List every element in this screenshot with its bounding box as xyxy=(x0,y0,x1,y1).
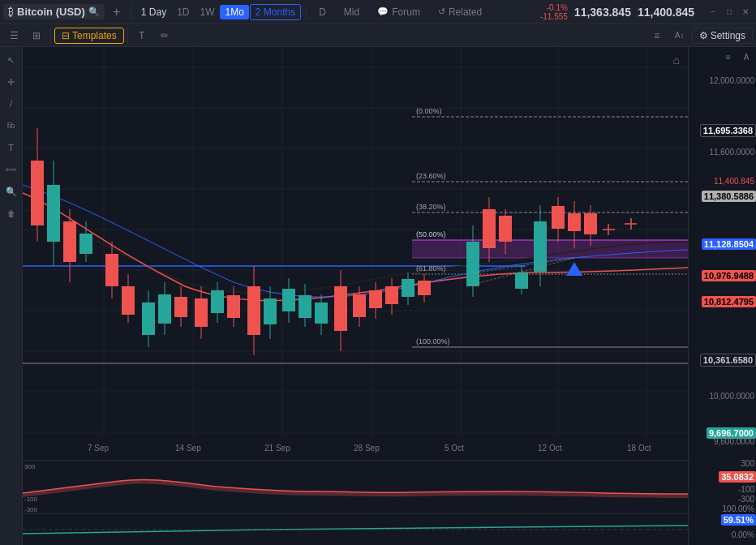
svg-text:14 Sep: 14 Sep xyxy=(175,444,201,453)
text-tool-button[interactable]: T xyxy=(131,26,152,45)
related-button[interactable]: ↺ Related xyxy=(431,4,489,20)
toolbar: ☰ ⊞ ⊟ Templates T ✏ ≡ A↕ ⚙ Settings xyxy=(0,24,756,47)
symbol-name: Bitcoin (USD) xyxy=(17,6,85,18)
svg-rect-77 xyxy=(483,209,496,248)
svg-rect-41 xyxy=(142,303,155,335)
text-size-button[interactable]: A↕ xyxy=(669,26,690,45)
price-change-pct: -0.1% xyxy=(547,3,568,12)
cursor-tool[interactable]: ↖ xyxy=(2,50,21,70)
svg-rect-43 xyxy=(158,294,171,324)
line-tool[interactable]: / xyxy=(2,94,21,114)
ind-minus100: -100 xyxy=(738,485,754,494)
left-sidebar: ↖ ✛ / fib T ⟺ 🔍 🗑 xyxy=(0,47,23,545)
price-11600: 11,600.0000 xyxy=(709,148,754,157)
top-bar: ₿ Bitcoin (USD) 🔍 + 1 Day 1D 1W 1Mo 2 Mo… xyxy=(0,0,756,24)
svg-rect-33 xyxy=(63,221,76,262)
ind-minus300: -300 xyxy=(738,495,754,504)
chart-svg: (0.00%) (23.60%) (38.20%) (50.00%) (61.8… xyxy=(23,47,688,545)
templates-button[interactable]: ⊟ Templates xyxy=(54,28,124,44)
svg-text:(23.60%): (23.60%) xyxy=(416,172,446,180)
svg-rect-89 xyxy=(584,213,597,234)
svg-rect-39 xyxy=(122,286,135,315)
svg-marker-27 xyxy=(566,262,582,276)
svg-rect-83 xyxy=(534,221,547,272)
svg-text:21 Sep: 21 Sep xyxy=(264,444,290,453)
price-10361-box: 10,361.6580 xyxy=(700,354,756,367)
price-10000: 10,000.0000 xyxy=(709,392,754,401)
forum-button[interactable]: 💬 Forum xyxy=(370,4,427,20)
svg-text:-100: -100 xyxy=(24,496,38,503)
svg-rect-81 xyxy=(515,272,528,289)
zoom-tool[interactable]: 🔍 xyxy=(2,182,21,201)
right-tool-2[interactable]: A xyxy=(738,49,754,65)
svg-rect-85 xyxy=(552,206,565,229)
svg-rect-59 xyxy=(299,295,311,318)
svg-rect-69 xyxy=(385,286,398,304)
timeframe-1d[interactable]: 1D xyxy=(172,5,194,19)
svg-text:-300: -300 xyxy=(24,506,38,513)
search-icon[interactable]: 🔍 xyxy=(88,6,100,17)
minimize-button[interactable]: − xyxy=(706,5,720,19)
svg-text:18 Oct: 18 Oct xyxy=(627,444,651,453)
svg-rect-53 xyxy=(247,286,260,335)
chart-container[interactable]: (0.00%) (23.60%) (38.20%) (50.00%) (61.8… xyxy=(23,47,688,545)
settings-icon: ⚙ xyxy=(699,30,708,41)
svg-text:28 Sep: 28 Sep xyxy=(354,444,380,453)
chart-type-icon: D xyxy=(319,6,326,18)
templates-icon: ⊟ xyxy=(62,30,70,41)
timeframe-1mo[interactable]: 1Mo xyxy=(220,5,248,19)
svg-rect-51 xyxy=(227,295,240,318)
svg-rect-71 xyxy=(402,279,415,297)
svg-rect-87 xyxy=(568,213,581,231)
list-button[interactable]: ≡ xyxy=(646,26,668,45)
timeframe-1w[interactable]: 1W xyxy=(195,5,219,19)
toolbar-sep-1 xyxy=(50,28,51,44)
price-change-val: -11.555 xyxy=(540,12,568,21)
templates-label: Templates xyxy=(72,30,117,41)
ind-0pct: 0.00% xyxy=(732,530,754,539)
add-tab-button[interactable]: + xyxy=(108,3,126,21)
top-bar-left: ₿ Bitcoin (USD) 🔍 + 1 Day 1D 1W 1Mo 2 Mo… xyxy=(3,3,489,21)
price-11695-box: 11,695.3368 xyxy=(700,124,756,137)
main-container: ↖ ✛ / fib T ⟺ 🔍 🗑 xyxy=(0,47,756,545)
svg-rect-73 xyxy=(418,281,431,295)
fib-tool[interactable]: fib xyxy=(2,116,21,135)
svg-text:(38.20%): (38.20%) xyxy=(416,203,446,211)
ind-35-box: 35.0832 xyxy=(719,471,756,483)
svg-rect-79 xyxy=(499,216,512,242)
maximize-button[interactable]: □ xyxy=(722,5,737,19)
symbol-selector[interactable]: ₿ Bitcoin (USD) 🔍 xyxy=(3,4,105,19)
price-ask: 11,400.845 xyxy=(638,6,694,19)
chart-type-button[interactable]: D xyxy=(311,4,333,20)
related-label: Related xyxy=(449,6,482,18)
settings-label: Settings xyxy=(711,30,745,41)
price-12000: 12,000.0000 xyxy=(709,76,754,85)
forum-icon: 💬 xyxy=(377,6,389,17)
price-10976-box: 10,976.9488 xyxy=(702,270,756,281)
svg-text:12 Oct: 12 Oct xyxy=(538,444,562,453)
pencil-button[interactable]: ✏ xyxy=(154,26,175,45)
settings-button[interactable]: ⚙ Settings xyxy=(692,28,753,44)
price-11400: 11,400.845 xyxy=(714,177,754,186)
right-tool-1[interactable]: ≡ xyxy=(720,49,737,65)
measure-tool[interactable]: ⟺ xyxy=(2,160,21,179)
text-tool[interactable]: T xyxy=(2,138,21,157)
layout-button[interactable]: ⊞ xyxy=(26,26,47,45)
timeframe-2months[interactable]: 2 Months xyxy=(250,4,301,20)
close-button[interactable]: ✕ xyxy=(738,5,753,19)
ind-300: 300 xyxy=(741,459,754,468)
trash-tool[interactable]: 🗑 xyxy=(2,204,21,223)
price-change: -0.1% -11.555 xyxy=(540,3,568,21)
right-sidebar: ≡ A 12,000.0000 11,695.3368 11,600.0000 … xyxy=(688,47,756,545)
svg-text:(61.80%): (61.80%) xyxy=(416,264,446,272)
mid-button[interactable]: Mid xyxy=(337,4,367,20)
crosshair-tool[interactable]: ✛ xyxy=(2,72,21,92)
svg-rect-45 xyxy=(174,297,187,317)
price-last: 11,363.845 xyxy=(574,6,631,19)
home-icon[interactable]: ⌂ xyxy=(673,54,680,67)
separator-2 xyxy=(306,4,307,20)
svg-rect-47 xyxy=(195,298,208,327)
price-11380-box: 11,380.5886 xyxy=(702,191,756,202)
timeframe-1day-full[interactable]: 1 Day xyxy=(136,5,171,19)
menu-button[interactable]: ☰ xyxy=(3,26,24,45)
